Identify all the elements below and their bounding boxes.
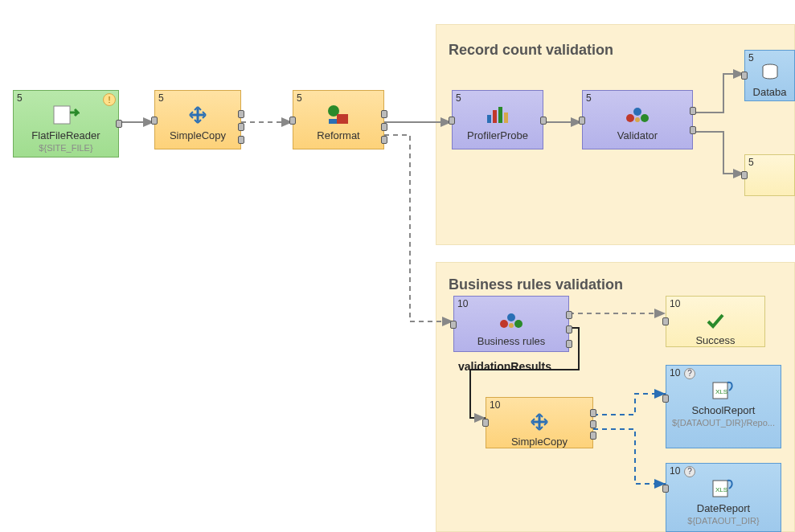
node-number: 5 (748, 157, 754, 168)
svg-rect-8 (329, 119, 337, 124)
port-out[interactable] (566, 311, 572, 319)
check-icon (705, 309, 726, 331)
port-in[interactable] (741, 72, 748, 80)
reformat-icon (326, 104, 351, 126)
port-out[interactable] (381, 136, 387, 144)
port-out[interactable] (540, 117, 547, 125)
node-validator[interactable]: 5 Validator (582, 90, 693, 149)
group-business-title: Business rules validation (449, 276, 623, 293)
node-number: 5 (17, 92, 23, 104)
svg-point-16 (635, 117, 640, 122)
port-out[interactable] (590, 409, 596, 417)
svg-point-13 (626, 114, 634, 122)
node-label: Business rules (477, 335, 546, 347)
svg-rect-10 (493, 110, 497, 123)
node-sublabel: ${SITE_FILE} (39, 143, 92, 153)
port-out[interactable] (590, 420, 596, 428)
port-in[interactable] (662, 395, 669, 403)
svg-point-14 (633, 108, 641, 116)
node-label: DateReport (697, 502, 750, 514)
port-in[interactable] (579, 117, 585, 125)
node-label: SimpleCopy (170, 129, 226, 141)
node-simplecopy-1[interactable]: 5 SimpleCopy (154, 90, 241, 149)
svg-text:XLS: XLS (715, 388, 727, 395)
database-icon (761, 60, 779, 83)
port-in[interactable] (662, 317, 669, 325)
node-number: 10 (457, 298, 468, 309)
node-label: Reformat (317, 129, 359, 141)
node-profilerprobe[interactable]: 5 ProfilerProbe (452, 90, 543, 149)
port-in[interactable] (450, 321, 457, 329)
node-database-top[interactable]: 5 Databa (744, 50, 795, 101)
node-business-rules[interactable]: 10 Business rules (453, 296, 569, 352)
flatfile-icon (52, 104, 80, 126)
node-schoolreport[interactable]: 10 ? XLS SchoolReport ${DATAOUT_DIR}/Rep… (666, 365, 781, 448)
edge-label-validation: validationResults (458, 360, 551, 373)
node-sublabel: ${DATAOUT_DIR}/Repo... (672, 418, 775, 428)
port-in[interactable] (482, 419, 489, 427)
validator-icon (498, 309, 525, 332)
svg-point-18 (500, 320, 508, 328)
node-label: Validator (617, 129, 658, 141)
validator-icon (624, 104, 651, 126)
node-label: Success (695, 334, 735, 346)
port-in[interactable] (151, 117, 158, 125)
port-out[interactable] (590, 432, 596, 440)
svg-point-15 (641, 114, 649, 122)
node-number: 10 (670, 465, 680, 477)
svg-rect-9 (487, 115, 491, 123)
copy-icon (528, 411, 551, 432)
port-out[interactable] (238, 123, 244, 131)
node-label: Databa (753, 86, 787, 98)
svg-point-21 (509, 323, 514, 328)
svg-rect-7 (337, 114, 348, 124)
port-out[interactable] (238, 136, 244, 144)
port-out[interactable] (238, 110, 244, 118)
warning-icon: ! (103, 93, 116, 106)
node-number: 5 (456, 92, 461, 104)
svg-point-20 (514, 320, 522, 328)
node-label: SimpleCopy (511, 436, 568, 448)
port-out[interactable] (690, 107, 696, 115)
copy-icon (186, 104, 209, 126)
node-flatfilereader[interactable]: 5 ! FlatFileReader ${SITE_FILE} (13, 90, 119, 158)
node-number: 10 (670, 298, 680, 309)
svg-rect-12 (504, 113, 508, 123)
port-in[interactable] (289, 117, 296, 125)
node-number: 10 (490, 399, 500, 411)
node-success[interactable]: 10 Success (666, 296, 765, 347)
info-icon: ? (684, 368, 695, 379)
node-label: SchoolReport (692, 404, 756, 416)
node-reformat[interactable]: 5 Reformat (293, 90, 384, 149)
port-in[interactable] (741, 171, 748, 179)
port-out[interactable] (566, 340, 572, 348)
chart-icon (486, 104, 510, 126)
report-icon: XLS (711, 477, 736, 499)
node-number: 5 (158, 92, 164, 104)
node-number: 5 (297, 92, 302, 104)
port-out[interactable] (116, 120, 122, 128)
group-record-title: Record count validation (449, 42, 613, 59)
port-out[interactable] (381, 123, 387, 131)
node-sublabel: ${DATAOUT_DIR} (687, 516, 759, 526)
node-number: 5 (586, 92, 592, 104)
info-icon: ? (684, 466, 695, 477)
node-label: ProfilerProbe (467, 129, 528, 141)
report-icon: XLS (711, 379, 736, 401)
node-pale-box[interactable]: 5 (744, 154, 795, 196)
svg-point-19 (507, 313, 515, 321)
port-out[interactable] (690, 126, 696, 134)
svg-rect-11 (498, 107, 502, 123)
port-out[interactable] (566, 325, 572, 334)
node-datereport[interactable]: 10 ? XLS DateReport ${DATAOUT_DIR} (666, 463, 781, 532)
svg-text:XLS: XLS (715, 486, 727, 493)
svg-rect-5 (54, 106, 70, 124)
port-in[interactable] (449, 117, 455, 125)
node-simplecopy-2[interactable]: 10 SimpleCopy (486, 397, 593, 448)
node-number: 5 (748, 52, 754, 63)
node-number: 10 (670, 367, 680, 379)
port-out[interactable] (381, 110, 387, 118)
port-in[interactable] (662, 485, 669, 493)
node-label: FlatFileReader (31, 129, 100, 141)
